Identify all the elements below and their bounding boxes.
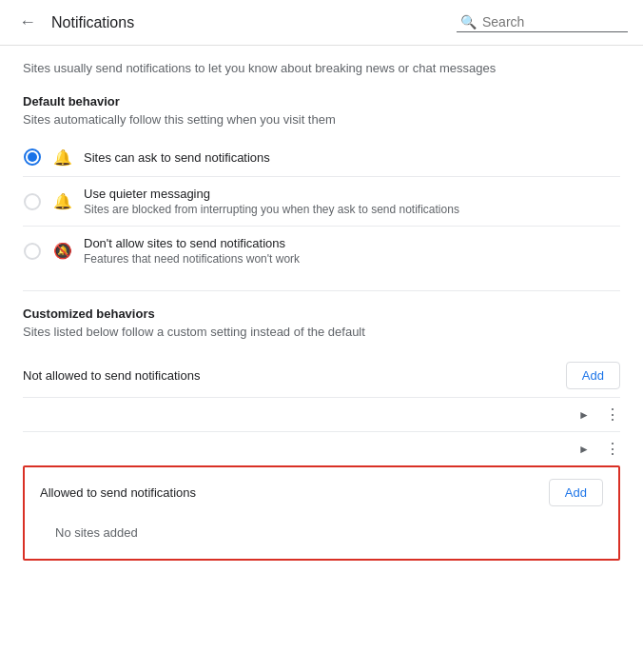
no-sites-label: No sites added xyxy=(40,518,603,547)
search-icon: 🔍 xyxy=(460,14,477,30)
option-quiet-text: Use quieter messaging Sites are blocked … xyxy=(84,187,459,216)
list-item-1: ► ⋮ xyxy=(23,397,620,431)
not-allowed-header: Not allowed to send notifications Add xyxy=(23,354,620,397)
allowed-add-button[interactable]: Add xyxy=(549,479,603,506)
allowed-header: Allowed to send notifications Add xyxy=(40,479,603,506)
default-behavior-section: Default behavior Sites automatically fol… xyxy=(23,94,620,275)
search-box: 🔍 xyxy=(457,12,628,32)
not-allowed-section: Not allowed to send notifications Add ► … xyxy=(23,354,620,465)
option-quiet-label: Use quieter messaging xyxy=(84,187,459,201)
radio-quiet[interactable] xyxy=(23,192,42,211)
chevron-right-icon-2: ► xyxy=(578,443,590,456)
option-block[interactable]: 🔕 Don't allow sites to send notification… xyxy=(23,227,620,275)
not-allowed-label: Not allowed to send notifications xyxy=(23,368,200,383)
more-options-icon-2[interactable]: ⋮ xyxy=(605,440,620,458)
allowed-section: Allowed to send notifications Add No sit… xyxy=(23,465,620,561)
option-block-desc: Features that need notifications won't w… xyxy=(84,252,300,266)
radio-circle-block[interactable] xyxy=(24,243,41,260)
option-block-text: Don't allow sites to send notifications … xyxy=(84,236,300,266)
option-block-label: Don't allow sites to send notifications xyxy=(84,236,300,250)
not-allowed-add-button[interactable]: Add xyxy=(566,362,620,389)
default-behavior-title: Default behavior xyxy=(23,94,620,109)
option-quiet-desc: Sites are blocked from interrupting you … xyxy=(84,203,459,216)
radio-circle-quiet[interactable] xyxy=(24,193,41,210)
content: Sites usually send notifications to let … xyxy=(0,46,643,576)
list-item-2: ► ⋮ xyxy=(23,431,620,465)
allowed-label: Allowed to send notifications xyxy=(40,485,196,500)
bell-icon-quiet: 🔔 xyxy=(53,192,72,210)
default-behavior-subtitle: Sites automatically follow this setting … xyxy=(23,112,620,127)
page-subtitle: Sites usually send notifications to let … xyxy=(23,61,620,75)
option-ask[interactable]: 🔔 Sites can ask to send notifications xyxy=(23,138,620,177)
option-ask-text: Sites can ask to send notifications xyxy=(84,150,270,165)
option-ask-label: Sites can ask to send notifications xyxy=(84,150,270,165)
radio-ask[interactable] xyxy=(23,148,42,167)
search-input[interactable] xyxy=(482,14,615,30)
bell-icon-ask: 🔔 xyxy=(53,148,72,167)
bell-off-icon-block: 🔕 xyxy=(53,242,72,260)
back-button[interactable]: ← xyxy=(15,9,40,36)
divider xyxy=(23,290,620,291)
header: ← Notifications 🔍 xyxy=(0,0,643,46)
customized-behaviors-title: Customized behaviors xyxy=(23,306,620,321)
customized-behaviors-section: Customized behaviors Sites listed below … xyxy=(23,306,620,339)
more-options-icon-1[interactable]: ⋮ xyxy=(605,405,620,424)
radio-circle-ask[interactable] xyxy=(24,148,41,166)
header-left: ← Notifications xyxy=(15,9,134,36)
chevron-right-icon-1: ► xyxy=(578,408,590,422)
page-title: Notifications xyxy=(51,14,134,31)
customized-behaviors-subtitle: Sites listed below follow a custom setti… xyxy=(23,325,620,339)
option-quiet[interactable]: 🔔 Use quieter messaging Sites are blocke… xyxy=(23,177,620,227)
radio-block[interactable] xyxy=(23,242,42,261)
